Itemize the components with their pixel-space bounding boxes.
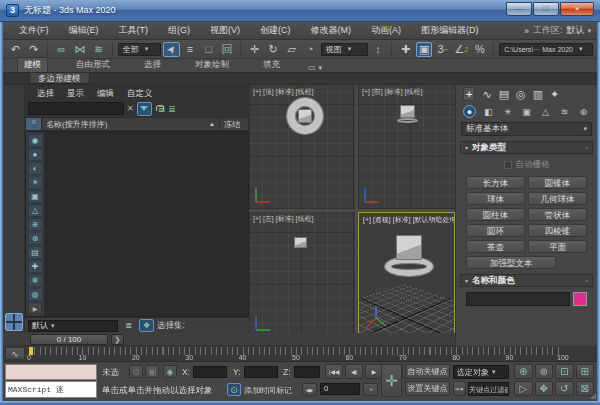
display-hidden-icon[interactable]: ◍	[28, 288, 43, 301]
primitive-button[interactable]: 管状体	[528, 208, 587, 221]
auto-key-button[interactable]: 自动关键点	[405, 364, 450, 379]
display-spacewarps-icon[interactable]: ≋	[28, 218, 43, 231]
geometry-icon[interactable]: ●	[463, 105, 476, 118]
selection-set-dropdown[interactable]: 选定对象	[453, 365, 509, 379]
select-and-place-icon[interactable]: ◔	[302, 42, 319, 57]
key-mode-toggle-icon[interactable]: ◀▶	[302, 383, 317, 396]
modify-tab-icon[interactable]: ∿	[482, 88, 491, 101]
box-object[interactable]	[294, 237, 307, 248]
time-configuration-icon[interactable]: ◔	[363, 383, 378, 396]
bind-to-space-warp-icon[interactable]: ≋	[90, 42, 107, 57]
explorer-empty-list[interactable]	[44, 132, 248, 316]
use-pivot-point-icon[interactable]: ↕	[370, 42, 387, 57]
menu-item[interactable]: 创建(C)	[250, 22, 301, 39]
explorer-column-header[interactable]: ○ 名称(按升序排序) ▲ 冻结	[25, 117, 249, 131]
primitive-button[interactable]: 圆柱体	[466, 208, 525, 221]
viewport-top[interactable]: [+] [顶] [标准] [线框]	[249, 85, 355, 209]
go-to-start-icon[interactable]: |◀◀	[325, 364, 343, 379]
explorer-menu-item[interactable]: 选择	[37, 88, 54, 100]
motion-tab-icon[interactable]: ◎	[516, 88, 526, 101]
workspace-dropdown[interactable]: 默认	[566, 24, 591, 37]
selection-lock-icon[interactable]: ▣	[145, 365, 159, 378]
lights-icon[interactable]: ☀	[501, 105, 514, 118]
primitive-button[interactable]: 平面	[528, 240, 587, 253]
sort-list-icon[interactable]: ≣	[121, 319, 136, 332]
display-lights-icon[interactable]: ☀	[28, 176, 43, 189]
keyboard-shortcut-override-icon[interactable]: ▣	[416, 42, 433, 57]
window-crossing-icon[interactable]: 回	[219, 42, 236, 57]
snaps-toggle-icon[interactable]: 3⌐	[434, 42, 451, 57]
ribbon-minimize-icon[interactable]: ▭	[308, 63, 322, 72]
filter-funnel-icon[interactable]	[137, 102, 152, 116]
viewport-left[interactable]: [+] [左] [标准] [线框]	[249, 212, 355, 337]
select-and-manipulate-icon[interactable]: ✚	[397, 42, 414, 57]
key-icon[interactable]: ⊶	[453, 381, 466, 396]
current-frame-field[interactable]: 0	[320, 383, 360, 395]
display-shapes-icon[interactable]: ◐	[28, 162, 43, 175]
object-type-rollout[interactable]: ▾对象类型▪	[460, 141, 593, 154]
zoom-extents-all-icon[interactable]: ⊞	[576, 364, 595, 379]
percent-snap-icon[interactable]: %	[472, 42, 489, 57]
ribbon-tab[interactable]: 选择	[138, 58, 167, 72]
menu-item[interactable]: 修改器(M)	[301, 22, 362, 39]
unlink-selection-icon[interactable]: ⋈	[72, 42, 89, 57]
add-time-tag-icon[interactable]: ⊙	[227, 383, 241, 396]
primitive-button[interactable]: 几何球体	[528, 192, 587, 205]
key-filters-button[interactable]: 关键点过滤器...	[468, 382, 509, 396]
toolbar-overflow-icon[interactable]: ▶	[28, 302, 42, 314]
redo-icon[interactable]: ↷	[26, 42, 43, 57]
display-cameras-icon[interactable]: ▣	[28, 190, 43, 203]
viewport-perspective-active[interactable]: [+] [透视] [标准] [默认明暗处理]	[358, 212, 455, 337]
add-time-tag-label[interactable]: 添加时间标记	[244, 385, 292, 396]
box-object[interactable]	[298, 109, 312, 123]
angle-snap-icon[interactable]: ∠2	[453, 42, 470, 57]
field-of-view-icon[interactable]: ▷	[514, 381, 533, 396]
create-tab-icon[interactable]: +	[463, 87, 475, 101]
explorer-menu-item[interactable]: 显示	[67, 88, 84, 100]
viewport-left-label[interactable]: [+] [左] [标准] [线框]	[253, 214, 313, 224]
maxscript-mini-listener[interactable]: MAXScript 迷	[5, 381, 97, 398]
display-frozen-icon[interactable]: ❄	[28, 274, 43, 287]
minimize-button[interactable]: —	[506, 2, 532, 16]
select-and-scale-icon[interactable]: ▱	[283, 42, 300, 57]
display-all-icon[interactable]: ◉	[28, 134, 43, 147]
systems-icon[interactable]: ⊛	[577, 105, 590, 118]
ribbon-tab[interactable]: 填充	[257, 58, 286, 72]
set-key-button[interactable]: 设置关键点	[405, 381, 450, 396]
display-systems-icon[interactable]: ⊛	[28, 232, 43, 245]
frozen-column-header[interactable]: 冻结	[224, 119, 248, 130]
spacewarps-icon[interactable]: ≋	[558, 105, 571, 118]
selection-filter-dropdown[interactable]: 全部	[118, 43, 161, 56]
menu-item[interactable]: 动画(A)	[361, 22, 411, 39]
menu-item[interactable]: 图形编辑器(D)	[411, 22, 489, 39]
name-column-header[interactable]: 名称(按升序排序)	[46, 119, 107, 130]
track-bar[interactable]: ∿ 0102030405060708090100	[3, 346, 597, 362]
explorer-search-input[interactable]	[28, 102, 124, 115]
viewport-layout-tab-icon[interactable]	[5, 313, 23, 331]
viewport-perspective-label[interactable]: [+] [透视] [标准] [默认明暗处理]	[363, 215, 455, 225]
explorer-list[interactable]: ◉●◐☀▣△≋⊛▤✚❄◍ ▶	[25, 131, 249, 317]
project-folder-field[interactable]: C:\Users\··· Max 2020	[499, 43, 593, 56]
display-helpers-icon[interactable]: △	[28, 204, 43, 217]
select-and-move-icon[interactable]: ✛	[246, 42, 263, 57]
sort-ascending-icon[interactable]: ▲	[209, 121, 215, 127]
utilities-tab-icon[interactable]: ✦	[550, 88, 559, 101]
category-dropdown[interactable]: 标准基本体	[461, 122, 592, 136]
macro-recorder-pane[interactable]	[5, 364, 97, 380]
undo-icon[interactable]: ↶	[7, 42, 24, 57]
ribbon-tab[interactable]: 建模	[17, 57, 48, 72]
box-object[interactable]	[400, 105, 415, 118]
y-coordinate-field[interactable]	[244, 366, 278, 378]
absolute-mode-icon[interactable]: ◈	[163, 365, 177, 378]
primitive-button[interactable]: 长方体	[466, 176, 525, 189]
zoom-all-icon[interactable]: ⊚	[535, 364, 554, 379]
display-geometry-icon[interactable]: ●	[28, 148, 43, 161]
autogrid-checkbox[interactable]: 自动栅格	[460, 159, 593, 171]
helpers-icon[interactable]: △	[539, 105, 552, 118]
menu-overflow-icon[interactable]: »	[524, 26, 529, 36]
object-name-input[interactable]	[466, 292, 570, 306]
selection-set-field[interactable]: 默认	[28, 320, 118, 332]
close-button[interactable]: ×	[560, 2, 594, 16]
zoom-extents-icon[interactable]: ⊡	[555, 364, 574, 379]
box-object[interactable]	[396, 235, 422, 260]
